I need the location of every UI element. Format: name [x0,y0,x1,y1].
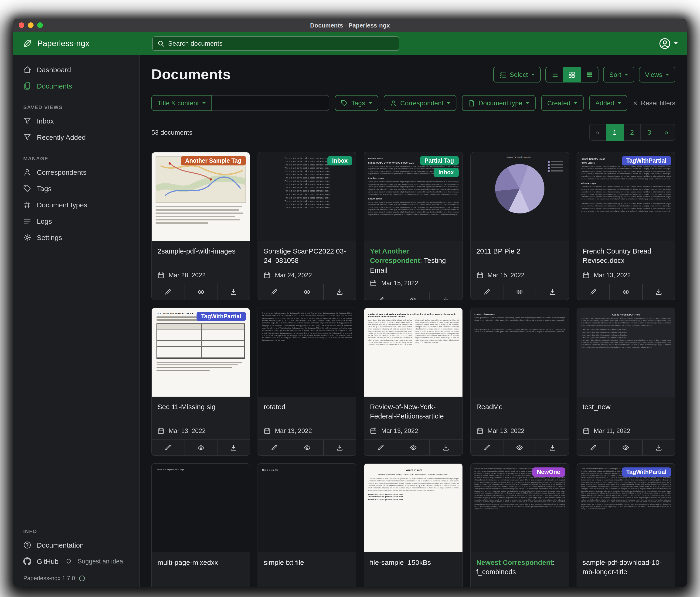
sidebar-item-correspondents[interactable]: Correspondents [13,164,139,181]
document-title[interactable]: Sec 11-Missing sig [152,397,250,412]
view-button[interactable] [184,284,217,300]
minimize-window-button[interactable] [28,22,33,28]
zoom-window-button[interactable] [37,22,43,28]
sidebar-item-inbox[interactable]: Inbox [13,113,139,129]
document-title[interactable]: multi-page-mixedxx [152,552,250,567]
download-button[interactable] [642,284,675,300]
document-title[interactable]: 2011 BP Pie 2 [471,241,569,256]
document-title[interactable]: French Country Bread Revised.docx [577,241,675,265]
edit-button[interactable] [152,284,184,300]
title-content-dropdown[interactable]: Title & content [151,95,212,111]
view-button[interactable] [291,284,323,300]
search-input[interactable] [168,40,394,47]
global-search[interactable] [152,36,399,51]
created-filter-button[interactable]: Created [541,95,583,111]
document-card[interactable]: Patient BP Distribution 2011 2011 BP Pie… [470,152,569,300]
info-circle-icon[interactable] [79,575,85,582]
view-button[interactable] [503,284,536,300]
pagination-page-1[interactable]: 1 [606,124,624,141]
pagination-prev[interactable]: « [589,124,606,141]
close-window-button[interactable] [19,22,24,28]
pagination-page-2[interactable]: 2 [624,124,641,141]
document-thumbnail[interactable]: Adobe Acrobat PDF FilesLorem ipsum dolor… [577,308,675,397]
document-title[interactable]: Yet Another Correspondent: Testing Email [365,241,462,275]
view-button[interactable] [397,440,430,455]
sidebar-item-dashboard[interactable]: Dashboard [13,62,139,78]
edit-button[interactable] [471,440,503,455]
download-button[interactable] [323,440,356,455]
document-thumbnail[interactable]: Another Sample Tag [152,152,250,241]
document-thumbnail[interactable]: This is a test file. [258,464,356,552]
added-filter-button[interactable]: Added [589,95,627,111]
edit-button[interactable] [365,292,397,301]
download-button[interactable] [429,440,462,455]
sidebar-item-github[interactable]: GitHub [13,553,63,570]
detail-view-button[interactable] [581,67,598,82]
document-thumbnail[interactable]: This is the text that appears on the fir… [258,308,356,397]
pagination-page-3[interactable]: 3 [641,124,658,141]
view-button[interactable] [291,440,323,455]
document-thumbnail[interactable]: Release NotesSimba ODBC Driver for SQL S… [365,152,462,241]
view-button[interactable] [184,440,217,455]
download-button[interactable] [217,284,250,300]
pagination-next[interactable]: » [658,124,675,141]
edit-button[interactable] [152,440,184,455]
download-button[interactable] [323,284,356,300]
document-title[interactable]: file-sample_150kBs [365,552,462,567]
document-thumbnail[interactable]: Review of New York Federal Petitions for… [365,308,462,397]
document-card[interactable]: This is a test file. simple txt file [257,463,356,587]
sidebar-item-settings[interactable]: Settings [13,229,139,246]
sidebar-item-logs[interactable]: Logs [13,213,139,229]
document-title[interactable]: ReadMe [471,397,569,412]
document-card[interactable]: Adobe Acrobat PDF FilesLorem ipsum dolor… [577,308,675,456]
document-card[interactable]: Release NotesSimba ODBC Driver for SQL S… [364,152,463,300]
download-button[interactable] [429,292,462,301]
document-thumbnail[interactable]: Contact Sheet DemoLorem ipsum dolor sit … [471,308,569,397]
reset-filters-button[interactable]: × Reset filters [633,99,675,107]
document-title[interactable]: 2sample-pdf-with-images [152,241,250,256]
app-logo[interactable]: Paperless-ngx [13,38,140,48]
correspondent-filter-button[interactable]: Correspondent [384,95,456,111]
document-card[interactable]: Contact Sheet DemoLorem ipsum dolor sit … [470,308,569,456]
document-card[interactable]: This is the text that appears on the fir… [257,308,356,456]
sort-button[interactable]: Sort [603,67,634,82]
edit-button[interactable] [577,440,609,455]
document-thumbnail[interactable]: French Country BreadFor the Lesson:Lorem… [577,152,675,241]
list-view-button[interactable] [545,67,563,82]
correspondent-link[interactable]: Newest Correspondent [476,558,553,566]
document-card[interactable]: Another Sample Tag 2sample-pdf-with-imag… [151,152,250,300]
document-card[interactable]: Review of New York Federal Petitions for… [364,308,463,456]
edit-button[interactable] [258,440,291,455]
edit-button[interactable] [365,440,397,455]
title-content-input[interactable] [212,95,329,111]
document-card[interactable]: This is a test for the double space char… [257,152,356,300]
document-thumbnail[interactable]: This is a test for the double space char… [258,152,356,241]
document-card[interactable]: Lorem ipsumLorem ipsum dolor sit amet, c… [364,463,463,587]
document-thumbnail[interactable]: This is a multi page document. Page 1. [152,464,250,552]
download-button[interactable] [536,284,569,300]
sidebar-item-recently-added[interactable]: Recently Added [13,129,139,145]
sidebar-item-suggest-idea[interactable]: Suggest an idea [63,554,128,569]
select-button[interactable]: Select [494,67,541,82]
view-button[interactable] [503,440,536,455]
tag-badge[interactable]: TagWithPartial [622,468,671,477]
document-title[interactable]: Newest Correspondent: f_combineds [471,552,569,577]
view-button[interactable] [397,292,430,301]
download-button[interactable] [536,440,569,455]
user-menu[interactable] [659,38,687,49]
tag-badge[interactable]: Inbox [434,168,459,177]
document-card[interactable]: Lorem ipsum dolor sit amet consectetur a… [470,463,569,587]
document-thumbnail[interactable]: Lorem ipsum dolor sit amet consectetur a… [577,464,675,552]
document-thumbnail[interactable]: 11. CONTINUING MEDICAL EDUCA TagWithPart… [152,308,250,397]
tags-filter-button[interactable]: Tags [335,95,378,111]
document-title[interactable]: rotated [258,397,356,412]
sidebar-item-tags[interactable]: Tags [13,181,139,197]
document-type-filter-button[interactable]: Document type [462,95,535,111]
edit-button[interactable] [258,284,291,300]
grid-view-button[interactable] [563,67,581,82]
document-title[interactable]: test_new [577,397,675,412]
tag-badge[interactable]: TagWithPartial [196,312,246,321]
views-button[interactable]: Views [639,67,675,82]
tag-badge[interactable]: NewOne [532,468,565,477]
tag-badge[interactable]: Another Sample Tag [180,156,246,165]
